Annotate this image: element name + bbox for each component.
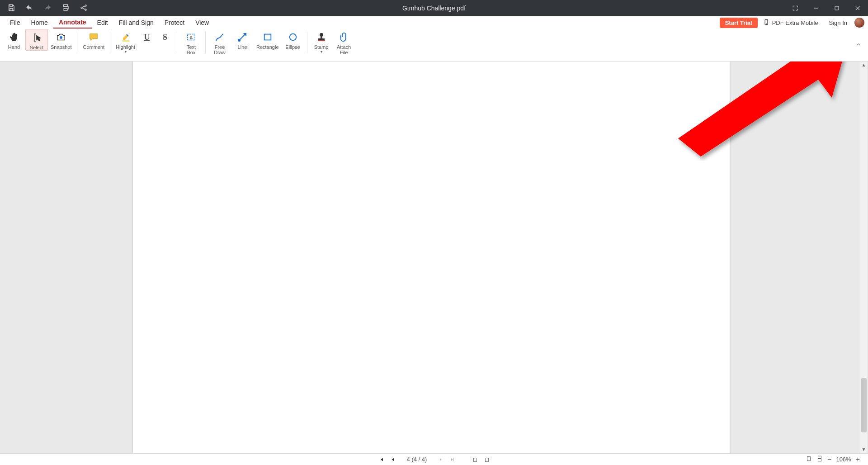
minimize-icon[interactable] [806, 0, 826, 16]
svg-rect-9 [122, 40, 129, 42]
textbox-icon: a [185, 31, 198, 43]
svg-rect-13 [264, 34, 271, 40]
start-trial-button[interactable]: Start Trial [720, 18, 758, 28]
snapshot-icon [55, 31, 67, 43]
next-page-icon[interactable] [437, 457, 444, 462]
tool-textbox-label: Text Box [187, 44, 196, 55]
menu-home[interactable]: Home [26, 17, 53, 28]
last-page-icon[interactable] [449, 457, 456, 462]
collapse-ribbon-icon[interactable] [855, 41, 862, 49]
ribbon: Hand Select Snapshot Comment Highlight ▾… [0, 29, 868, 62]
svg-point-15 [320, 33, 323, 37]
menu-fill-sign[interactable]: Fill and Sign [113, 17, 159, 28]
rectangle-icon [261, 31, 274, 43]
tool-stamp[interactable]: Stamp ▾ [310, 29, 333, 54]
svg-text:a: a [190, 35, 193, 40]
first-page-icon[interactable] [377, 457, 385, 462]
pdf-extra-mobile-label: PDF Extra Mobile [772, 19, 818, 26]
mobile-icon [763, 18, 769, 28]
scroll-down-icon[interactable]: ▼ [860, 446, 867, 453]
comment-icon [87, 31, 100, 43]
undo-icon[interactable] [25, 4, 34, 13]
svg-point-7 [766, 24, 766, 24]
tool-hand[interactable]: Hand [3, 29, 25, 50]
vertical-scrollbar[interactable]: ▲ ▼ [860, 62, 867, 453]
tool-highlight[interactable]: Highlight ▾ [113, 29, 138, 54]
tool-select-label: Select [30, 45, 44, 50]
print-icon[interactable] [61, 4, 71, 13]
menu-view[interactable]: View [190, 17, 214, 28]
svg-point-4 [85, 9, 86, 10]
save-icon[interactable] [7, 4, 16, 13]
tool-snapshot[interactable]: Snapshot [48, 29, 74, 50]
sign-in-link[interactable]: Sign In [824, 18, 853, 28]
redo-icon[interactable] [43, 4, 52, 13]
tool-freedraw[interactable]: Free Draw [208, 29, 231, 55]
svg-point-14 [289, 34, 296, 41]
tool-comment[interactable]: Comment [80, 29, 107, 50]
tool-attach-file[interactable]: Attach File [333, 29, 355, 55]
tool-rectangle-label: Rectangle [256, 44, 279, 50]
pencil-icon [213, 31, 226, 43]
tool-rectangle[interactable]: Rectangle [254, 29, 282, 50]
stamp-icon [315, 31, 328, 43]
rotate-left-icon[interactable] [472, 456, 479, 463]
tool-freedraw-label: Free Draw [214, 44, 226, 55]
menu-protect[interactable]: Protect [159, 17, 190, 28]
ellipse-icon [287, 31, 299, 43]
select-icon [30, 31, 43, 44]
scroll-up-icon[interactable]: ▲ [860, 62, 867, 69]
menu-annotate[interactable]: Annotate [53, 17, 92, 28]
pdf-extra-mobile-link[interactable]: PDF Extra Mobile [758, 16, 824, 29]
hand-icon [8, 31, 20, 43]
tool-select[interactable]: Select [25, 29, 48, 51]
page-navigator: 4 (4 / 4) [0, 456, 868, 463]
window-title: Gtmhub Challenge.pdf [0, 5, 868, 12]
svg-point-12 [238, 39, 240, 41]
document-viewport[interactable]: ▲ ▼ [0, 62, 868, 453]
tool-comment-label: Comment [83, 44, 104, 50]
titlebar: Gtmhub Challenge.pdf [0, 0, 868, 16]
maximize-icon[interactable] [826, 0, 847, 16]
tool-textbox[interactable]: a Text Box [180, 29, 203, 55]
tool-highlight-label: Highlight [116, 44, 135, 50]
tool-line-label: Line [238, 44, 247, 50]
strikethrough-icon: S [159, 31, 171, 43]
tool-snapshot-label: Snapshot [51, 44, 71, 50]
svg-point-3 [85, 5, 86, 6]
line-icon [236, 31, 249, 43]
underline-icon: U [141, 31, 153, 43]
svg-rect-16 [321, 36, 322, 38]
tool-line[interactable]: Line [231, 29, 254, 50]
svg-rect-18 [318, 40, 325, 41]
chevron-down-icon: ▾ [125, 50, 127, 54]
scrollbar-thumb[interactable] [861, 378, 867, 432]
pdf-page [133, 62, 730, 453]
prev-page-icon[interactable] [389, 457, 396, 462]
tool-stamp-label: Stamp [314, 44, 329, 50]
svg-rect-5 [835, 6, 839, 10]
paperclip-icon [338, 31, 350, 43]
close-icon[interactable] [847, 0, 868, 16]
svg-point-2 [81, 7, 82, 9]
page-indicator[interactable]: 4 (4 / 4) [401, 456, 433, 463]
tool-hand-label: Hand [8, 44, 20, 50]
tool-attach-label: Attach File [337, 44, 351, 55]
titlebar-quick-actions [0, 4, 89, 13]
menu-file[interactable]: File [5, 17, 26, 28]
tool-strikethrough[interactable]: S [156, 29, 174, 44]
menu-edit[interactable]: Edit [92, 17, 113, 28]
chevron-down-icon: ▾ [321, 50, 322, 54]
share-icon[interactable] [80, 4, 89, 13]
svg-rect-17 [318, 38, 325, 40]
svg-rect-1 [64, 9, 67, 11]
tool-ellipse-label: Ellipse [285, 44, 300, 50]
menubar: File Home Annotate Edit Fill and Sign Pr… [0, 16, 868, 29]
fullscreen-icon[interactable] [785, 0, 806, 16]
tool-ellipse[interactable]: Ellipse [282, 29, 304, 50]
svg-point-8 [60, 36, 62, 39]
tool-underline[interactable]: U [138, 29, 156, 44]
rotate-right-icon[interactable] [483, 456, 491, 463]
highlight-icon [119, 31, 132, 43]
avatar[interactable] [854, 18, 864, 28]
